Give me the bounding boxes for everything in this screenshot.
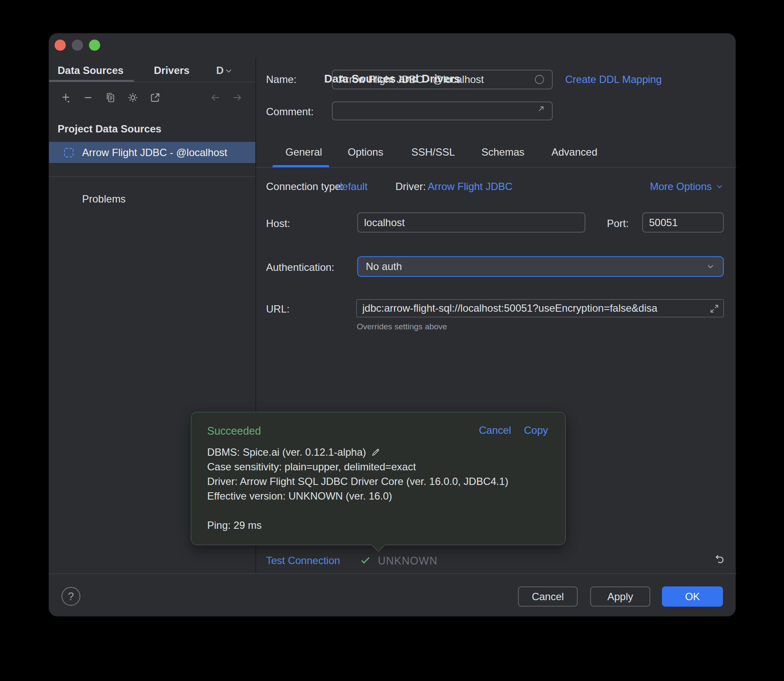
project-data-sources-heading: Project Data Sources	[58, 123, 161, 135]
cancel-button[interactable]: Cancel	[518, 586, 578, 607]
case-sensitivity-line: Case sensitivity: plain=upper, delimited…	[207, 461, 416, 473]
port-label: Port:	[607, 218, 629, 230]
window-controls	[55, 40, 100, 51]
chevron-down-icon	[706, 262, 715, 271]
back-arrow-icon[interactable]	[210, 92, 221, 103]
tab-general[interactable]: General	[285, 146, 322, 158]
popup-copy-link[interactable]: Copy	[524, 424, 548, 436]
ping-line: Ping: 29 ms	[207, 519, 262, 531]
driver-value-link[interactable]: Arrow Flight JDBC	[428, 181, 512, 193]
gear-icon[interactable]	[127, 92, 138, 103]
name-label: Name:	[266, 74, 297, 86]
remove-icon[interactable]	[83, 92, 94, 103]
footer-separator	[49, 574, 736, 574]
comment-label: Comment:	[266, 106, 314, 118]
undo-icon[interactable]	[714, 553, 726, 565]
driver-label: Driver:	[395, 181, 426, 193]
data-sources-dialog: Data Sources and Drivers Data Sources Dr…	[49, 33, 736, 617]
minimize-window-button[interactable]	[72, 40, 83, 51]
connection-status-text: UNKNOWN	[378, 555, 438, 567]
data-source-name: Arrow Flight JDBC - @localhost	[82, 147, 227, 159]
name-input[interactable]	[332, 70, 553, 89]
port-input[interactable]	[642, 212, 724, 233]
comment-input[interactable]	[332, 101, 553, 120]
apply-button[interactable]: Apply	[590, 586, 650, 607]
driver-info-line: Driver: Arrow Flight SQL JDBC Driver Cor…	[207, 475, 508, 488]
connection-type-value-link[interactable]: default	[337, 181, 368, 193]
tab-options[interactable]: Options	[348, 146, 383, 158]
close-window-button[interactable]	[55, 40, 66, 51]
more-options-label: More Options	[650, 181, 712, 193]
url-hint-text: Overrides settings above	[357, 322, 447, 331]
tabbar-line	[255, 167, 736, 168]
test-connection-link[interactable]: Test Connection	[266, 555, 340, 567]
zoom-window-button[interactable]	[89, 40, 100, 51]
name-status-circle-icon	[534, 74, 545, 85]
popup-pointer	[371, 538, 385, 552]
host-label: Host:	[266, 218, 290, 230]
url-input[interactable]	[356, 299, 724, 317]
expand-url-editor-icon[interactable]	[709, 304, 720, 314]
tab-advanced[interactable]: Advanced	[551, 146, 597, 158]
host-input[interactable]	[357, 212, 585, 233]
dbms-info-line: DBMS: Spice.ai (ver. 0.12.1-alpha)	[207, 446, 366, 458]
help-button[interactable]: ?	[61, 587, 80, 606]
add-icon[interactable]	[61, 92, 72, 103]
connection-type-label: Connection type:	[266, 181, 343, 193]
sidebar-item-problems[interactable]: Problems	[82, 193, 126, 205]
duplicate-icon[interactable]	[105, 92, 116, 103]
tab-overflow-truncated[interactable]: D	[216, 64, 224, 77]
data-source-icon	[64, 148, 74, 157]
sidebar-tabbar-line	[49, 82, 255, 82]
more-options-link[interactable]: More Options	[650, 181, 724, 193]
popup-cancel-link[interactable]: Cancel	[479, 424, 511, 436]
edit-pencil-icon[interactable]	[371, 447, 381, 457]
authentication-value: No auth	[366, 261, 402, 273]
success-check-icon	[360, 555, 371, 566]
tab-schemas[interactable]: Schemas	[481, 146, 524, 158]
tab-ssh-ssl[interactable]: SSH/SSL	[411, 146, 455, 158]
sidebar-separator	[49, 176, 255, 177]
chevron-down-icon[interactable]	[224, 66, 233, 76]
tab-data-sources[interactable]: Data Sources	[58, 64, 123, 77]
status-badge: Succeeded	[207, 425, 261, 437]
effective-version-line: Effective version: UNKNOWN (ver. 16.0)	[207, 490, 392, 502]
data-source-list-item[interactable]: Arrow Flight JDBC - @localhost	[49, 142, 255, 163]
ok-button[interactable]: OK	[662, 586, 723, 607]
chevron-down-icon	[715, 182, 724, 191]
test-connection-result-popup: Succeeded Cancel Copy DBMS: Spice.ai (ve…	[191, 412, 566, 545]
open-in-window-icon[interactable]	[150, 92, 161, 103]
authentication-label: Authentication:	[266, 261, 334, 273]
create-ddl-mapping-link[interactable]: Create DDL Mapping	[565, 74, 662, 86]
url-label: URL:	[266, 303, 290, 315]
tab-drivers[interactable]: Drivers	[154, 64, 190, 77]
forward-arrow-icon[interactable]	[232, 92, 243, 103]
expand-editor-icon[interactable]	[536, 104, 546, 114]
authentication-select[interactable]: No auth	[357, 256, 724, 277]
